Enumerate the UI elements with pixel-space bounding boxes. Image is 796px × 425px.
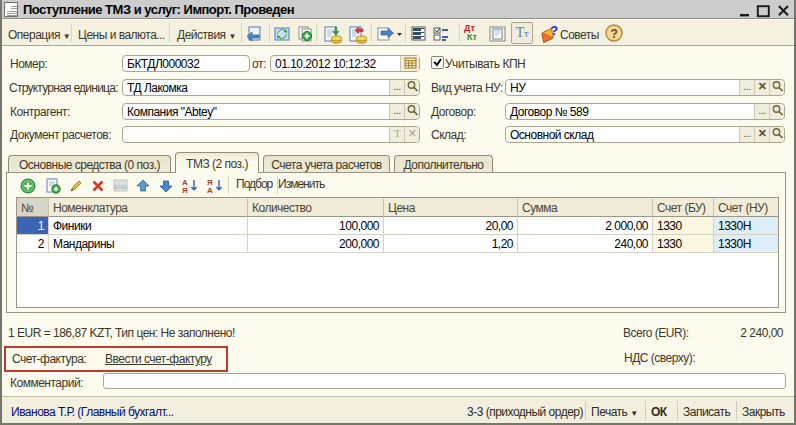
svg-text:А: А bbox=[207, 186, 213, 195]
svg-text:?: ? bbox=[550, 24, 558, 38]
svg-text:?: ? bbox=[611, 27, 618, 41]
svg-text:END: END bbox=[114, 184, 127, 190]
svg-text:Я: Я bbox=[182, 186, 188, 195]
